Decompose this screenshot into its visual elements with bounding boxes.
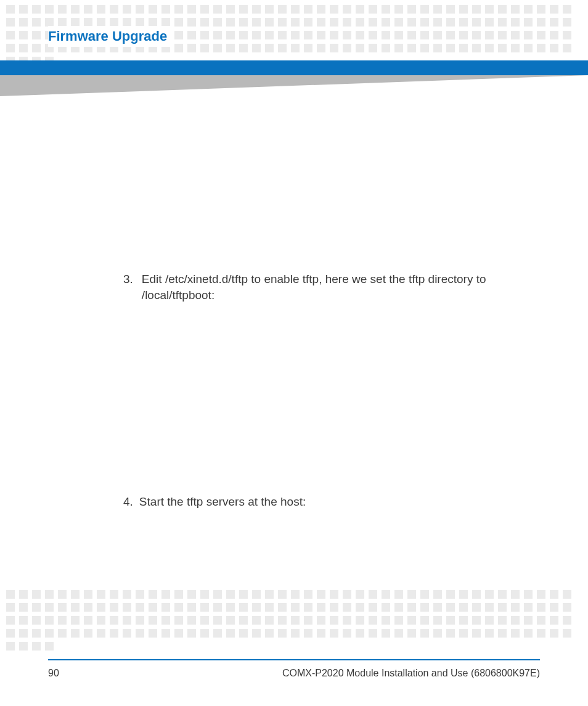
footer-rule: [48, 659, 540, 660]
page-content: 3. Edit /etc/xinetd.d/tftp to enable tft…: [123, 271, 514, 510]
header-blue-bar: [0, 60, 588, 75]
document-reference: COMX-P2020 Module Installation and Use (…: [282, 668, 540, 679]
step-text: Start the tftp servers at the host:: [139, 494, 306, 510]
page-footer: 90 COMX-P2020 Module Installation and Us…: [48, 668, 540, 679]
header-gray-wedge: [0, 75, 588, 102]
step-number: 3.: [123, 271, 133, 303]
svg-marker-0: [0, 75, 588, 96]
step-3: 3. Edit /etc/xinetd.d/tftp to enable tft…: [123, 271, 514, 303]
decorative-square-grid-bottom: [6, 590, 582, 638]
step-number: 4.: [123, 494, 133, 510]
page-title: Firmware Upgrade: [48, 26, 173, 47]
page-number: 90: [48, 668, 59, 679]
step-4: 4. Start the tftp servers at the host:: [123, 494, 514, 510]
step-text: Edit /etc/xinetd.d/tftp to enable tftp, …: [142, 271, 514, 303]
